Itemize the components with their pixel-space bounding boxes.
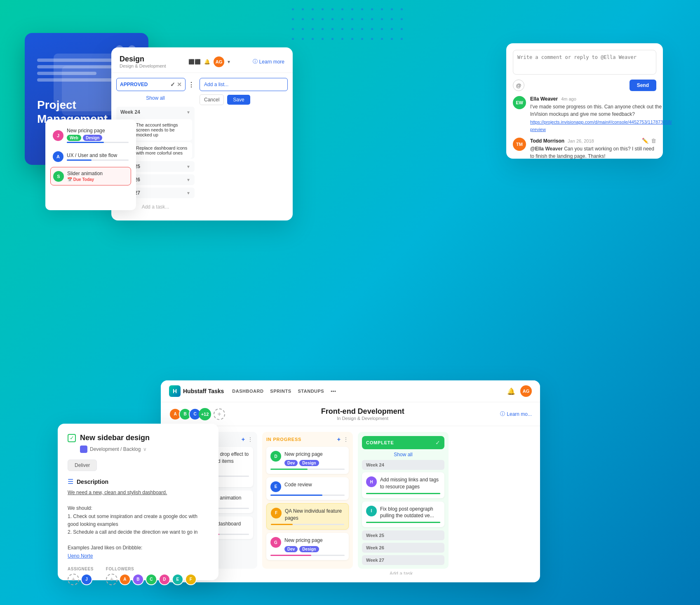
board-task-code-review[interactable]: E Code review xyxy=(266,477,349,500)
progress-bar-2 xyxy=(67,159,129,161)
complete-task2-fill xyxy=(366,522,440,523)
hubstaff-header: H Hubstaff Tasks DASHBOARD SPRINTS STAND… xyxy=(161,380,540,402)
complete-week-26[interactable]: Week 26 xyxy=(362,543,444,553)
inprogress-task2-progress xyxy=(270,495,345,496)
inprogress-task3-title: QA New individual feature pages xyxy=(285,508,344,522)
hs-bell-icon[interactable]: 🔔 xyxy=(507,387,515,395)
save-button[interactable]: Save xyxy=(227,95,250,105)
show-all-btn[interactable]: Show all xyxy=(116,93,195,103)
board-task-missing-links[interactable]: H Add missing links and tags to resource… xyxy=(362,472,444,498)
bell-icon[interactable]: 🔔 xyxy=(204,59,210,65)
edit-icon[interactable]: ✏️ xyxy=(642,138,648,144)
comment-ella: EW Ella Weaver 4m ago I've made some pro… xyxy=(513,96,656,133)
nav-sprints[interactable]: SPRINTS xyxy=(270,389,291,394)
board-learn-more-btn[interactable]: ⓘ Learn mo... xyxy=(500,410,532,417)
inprogress-add-btn[interactable]: + xyxy=(337,436,341,443)
complete-week-24[interactable]: Week 24 xyxy=(362,460,444,470)
icebox-menu-btn[interactable]: ⋮ xyxy=(247,436,253,443)
follower-avatar-2: B xyxy=(132,574,144,585)
add-task-label: Add a task... xyxy=(142,204,169,210)
nav-more[interactable]: ••• xyxy=(331,389,336,394)
complete-show-all-label: Show all xyxy=(394,452,412,457)
tasklist-item-slider[interactable]: S Slider animation 📅 Due Today xyxy=(50,167,131,185)
icebox-actions: + ⋮ xyxy=(242,436,253,443)
progress-fill-2 xyxy=(67,159,92,161)
followers-avatars: + A B C D E F xyxy=(106,574,197,585)
complete-week-27-label: Week 27 xyxy=(366,558,384,563)
complete-task2-avatar: I xyxy=(366,506,377,516)
tasklist-item-ux[interactable]: A UX / User and site flow xyxy=(50,148,131,165)
desc-underline: We need a new, clean and stylish dashboa… xyxy=(68,490,167,495)
send-button[interactable]: Send xyxy=(630,80,656,91)
project-subtitle-text: In Design & Development xyxy=(321,416,404,421)
breadcrumb: Development / Backlog ∨ xyxy=(80,446,209,453)
complete-week-26-label: Week 26 xyxy=(366,545,384,550)
complete-week-25[interactable]: Week 25 xyxy=(362,530,444,540)
assignees-avatars: + J xyxy=(68,574,94,585)
hs-user-avatar[interactable]: AG xyxy=(520,385,532,397)
cancel-button[interactable]: Cancel xyxy=(200,94,224,105)
inprogress-menu-btn[interactable]: ⋮ xyxy=(343,436,349,443)
hubstaff-logo: H Hubstaff Tasks xyxy=(169,385,224,397)
add-follower-button[interactable]: + xyxy=(106,574,117,585)
user-avatar[interactable]: AG xyxy=(214,56,224,67)
tag-design-1: Design xyxy=(299,460,319,466)
week-24-header[interactable]: Week 24 ▼ xyxy=(116,107,195,117)
board-project-title: Front-end Development In Design & Develo… xyxy=(321,407,404,421)
inprogress-task4-avatar: G xyxy=(270,537,281,548)
complete-week-27[interactable]: Week 27 xyxy=(362,555,444,565)
design-board-title: Design Design & Development xyxy=(120,55,166,68)
description-section: ☰ Description We need a new, clean and s… xyxy=(68,478,209,560)
add-assignee-button[interactable]: + xyxy=(68,574,79,585)
complete-actions: ✓ xyxy=(435,439,440,446)
task-checkbox[interactable]: ✓ xyxy=(68,434,76,442)
approved-input[interactable]: APPROVED ✓ ✕ xyxy=(116,78,186,91)
approved-label: APPROVED xyxy=(120,82,148,87)
inprogress-task2-title: Code review xyxy=(284,481,312,488)
board-task-qa[interactable]: F QA New individual feature pages xyxy=(266,503,349,530)
todd-comment-body: Todd Morrison Jan 26, 2018 ✏️ 🗑 @Ella We… xyxy=(530,138,656,160)
comment-input[interactable] xyxy=(513,50,656,75)
inprogress-header: IN PROGRESS + ⋮ xyxy=(266,436,349,443)
board-task-pricing2[interactable]: G New pricing page Dev Design xyxy=(266,533,349,560)
delete-icon[interactable]: 🗑 xyxy=(651,138,656,144)
complete-task1-fill xyxy=(366,493,440,494)
nav-standups[interactable]: STANDUPS xyxy=(298,389,324,394)
sidebar-design-card: ✓ New sidebar design Development / Backl… xyxy=(58,424,218,580)
add-member-button[interactable]: + xyxy=(214,408,225,420)
desc-link[interactable]: Ueno Norte xyxy=(68,553,93,559)
desc-title-text: Description xyxy=(77,478,108,485)
complete-task2-progress xyxy=(366,522,440,523)
tag-design-2: Design xyxy=(299,546,319,552)
deliver-button[interactable]: Deliver xyxy=(68,460,97,471)
learn-more-btn[interactable]: ⓘ Learn more xyxy=(253,58,284,65)
progress-bar-1 xyxy=(67,142,129,143)
at-mention-button[interactable]: @ xyxy=(513,80,524,91)
complete-task1-progress xyxy=(366,493,440,494)
complete-check-icon: ✓ xyxy=(435,439,440,446)
check-icon[interactable]: ✓ xyxy=(170,81,175,88)
tasklist-card: J New pricing page Web Design A UX / Use… xyxy=(45,120,136,210)
complete-task1-title: Add missing links and tags to resource p… xyxy=(380,476,440,490)
tasklist-item-pricing[interactable]: J New pricing page Web Design xyxy=(50,124,131,146)
inprogress-task3-progress xyxy=(271,524,344,525)
complete-add-task-btn[interactable]: Add a task... xyxy=(362,567,444,575)
tasklist-avatar-2: A xyxy=(53,151,63,162)
follower-avatar-5: E xyxy=(172,574,183,585)
nav-dashboard[interactable]: DASHBOARD xyxy=(232,389,263,394)
close-icon[interactable]: ✕ xyxy=(177,81,182,88)
board-task-blog-fix[interactable]: I Fix blog post opengraph pulling the ou… xyxy=(362,502,444,528)
ella-link[interactable]: https://projects.invisionapp.com/d/main#… xyxy=(530,120,672,132)
assignees-followers: ASSIGNEES + J FOLLOWERS + A B C D E F xyxy=(68,567,209,585)
icebox-add-btn[interactable]: + xyxy=(242,436,245,443)
complete-task1-meta: H Add missing links and tags to resource… xyxy=(366,476,440,490)
board-avatars: A B C +12 + xyxy=(169,408,225,420)
hubstaff-logo-text: Hubstaff Tasks xyxy=(183,388,224,394)
add-list-input[interactable]: Add a list... xyxy=(200,78,288,91)
chevron-down-icon[interactable]: ▾ xyxy=(228,59,230,65)
board-task-pricing-inprogress[interactable]: D New pricing page Dev Design xyxy=(266,447,349,474)
complete-show-all[interactable]: Show all xyxy=(362,449,444,460)
design-menu-btn[interactable]: ⋮ xyxy=(188,81,195,89)
complete-task2-title: Fix blog post opengraph pulling the outd… xyxy=(380,506,440,520)
assignees-label: ASSIGNEES xyxy=(68,567,94,571)
